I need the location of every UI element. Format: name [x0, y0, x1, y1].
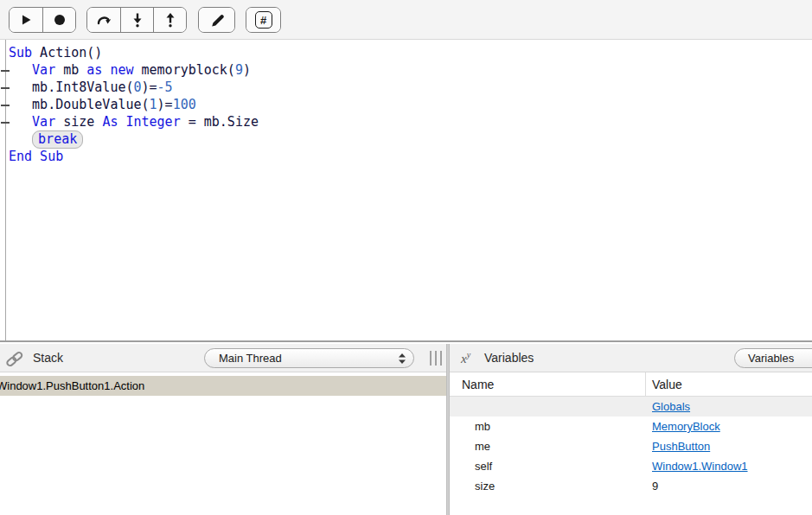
step-out-button[interactable]	[153, 8, 186, 32]
variable-row[interactable]: size9	[450, 476, 812, 496]
stack-title: Stack	[33, 351, 63, 365]
stack-frame-label: Window1.PushButton1.Action	[0, 379, 144, 392]
thread-selector[interactable]: Main Thread	[204, 348, 414, 368]
stop-button[interactable]	[42, 8, 75, 32]
edit-group	[198, 7, 235, 33]
run-button[interactable]	[10, 8, 42, 32]
variable-row[interactable]: Globals	[450, 397, 812, 416]
variable-value-link[interactable]: Window1.Window1	[652, 460, 748, 473]
code-text: Sub Action() Var mb as new memoryblock(9…	[0, 40, 812, 340]
breakpoints-button[interactable]: #	[246, 8, 280, 32]
code-line: break	[9, 131, 812, 149]
code-line: End Sub	[9, 149, 812, 166]
variable-name: size	[450, 480, 646, 493]
variables-header: xy Variables Variables	[450, 344, 812, 372]
stack-frame-row[interactable]: Window1.PushButton1.Action	[0, 376, 446, 396]
variable-name: mb	[450, 420, 646, 433]
code-line: Sub Action()	[9, 45, 812, 62]
run-stop-group	[9, 7, 76, 33]
variable-row[interactable]: selfWindow1.Window1	[450, 456, 812, 476]
link-chain-icon	[3, 348, 26, 369]
edit-code-button[interactable]	[199, 8, 234, 32]
breakpoints-group: #	[246, 7, 281, 33]
step-group	[86, 7, 187, 33]
variable-value: 9	[646, 480, 812, 493]
stack-header: Stack Main Thread	[0, 344, 446, 372]
step-into-icon	[131, 12, 144, 28]
column-header-name[interactable]: Name	[450, 372, 646, 396]
variable-value-link[interactable]: Globals	[652, 400, 690, 413]
variable-name: me	[450, 440, 646, 453]
current-statement-pill: break	[32, 130, 83, 149]
step-out-icon	[164, 12, 176, 28]
thread-selector-value: Main Thread	[219, 352, 282, 365]
variables-panel: xy Variables Variables Name Value Global…	[450, 344, 812, 515]
variable-row[interactable]: mePushButton	[450, 436, 812, 456]
code-line: Var size As Integer = mb.Size	[9, 114, 812, 131]
hash-icon: #	[255, 11, 272, 29]
debug-toolbar: #	[0, 0, 812, 40]
variable-value-link[interactable]: PushButton	[652, 440, 710, 453]
variable-name: self	[450, 460, 646, 473]
variables-scope-button[interactable]: Variables	[734, 348, 812, 368]
code-editor[interactable]: Sub Action() Var mb as new memoryblock(9…	[0, 40, 812, 342]
play-icon	[19, 13, 33, 27]
step-over-icon	[96, 12, 112, 28]
pencil-icon	[209, 12, 225, 28]
variables-table-header: Name Value	[450, 372, 812, 397]
debugger-window: # Sub Action() Var mb as new memoryblock…	[0, 0, 812, 515]
variable-row[interactable]: mbMemoryBlock	[450, 416, 812, 436]
code-line: mb.Int8Value(0)=-5	[9, 79, 812, 97]
code-line: mb.DoubleValue(1)=100	[9, 97, 812, 114]
panel-grip-icon[interactable]	[430, 351, 442, 366]
code-line: Var mb as new memoryblock(9)	[9, 62, 812, 79]
step-over-button[interactable]	[87, 8, 120, 32]
xy-variables-icon: xy	[461, 350, 470, 366]
column-header-value[interactable]: Value	[646, 372, 812, 396]
stop-icon	[53, 13, 67, 27]
stack-panel: Stack Main Thread Window1.PushButton1.Ac…	[0, 344, 446, 515]
debug-panels: Stack Main Thread Window1.PushButton1.Ac…	[0, 344, 812, 515]
variable-value-link[interactable]: MemoryBlock	[652, 420, 720, 433]
updown-arrows-icon	[398, 353, 406, 365]
step-into-button[interactable]	[120, 8, 153, 32]
variables-scope-label: Variables	[748, 352, 794, 365]
variables-title: Variables	[484, 351, 534, 365]
